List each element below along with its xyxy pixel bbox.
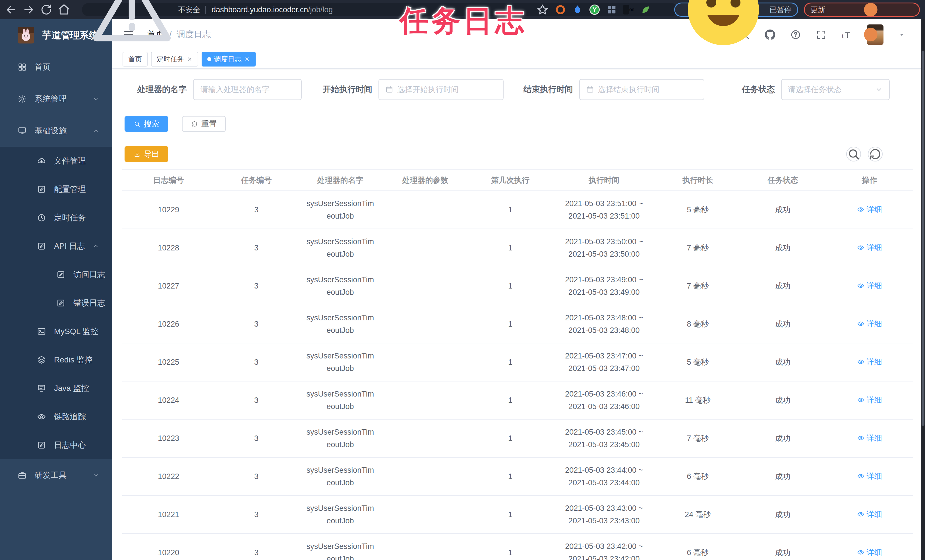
browser-reload-button[interactable]: [40, 3, 53, 16]
param-cell: [383, 381, 468, 419]
detail-link[interactable]: 详细: [857, 433, 882, 443]
extension-icon-orange[interactable]: [555, 4, 566, 15]
filter-handler-name: 处理器的名字: [137, 79, 302, 100]
detail-link[interactable]: 详细: [857, 395, 882, 405]
detail-link[interactable]: 详细: [857, 471, 882, 481]
browser-forward-button[interactable]: [22, 3, 35, 16]
action-cell: 详细: [826, 267, 913, 305]
detail-link[interactable]: 详细: [857, 242, 882, 253]
scrollbar-thumb[interactable]: [922, 51, 924, 426]
not-secure-icon: [89, 0, 175, 52]
extension-icon-grid[interactable]: [606, 4, 617, 15]
sidebar-item-dev-tools[interactable]: 研发工具: [0, 459, 112, 491]
extension-icon-leaf[interactable]: [640, 4, 651, 15]
table-header-row: 日志编号任务编号处理器的名字处理器的参数第几次执行执行时间执行时长任务状态操作: [122, 170, 913, 191]
job-status-placeholder: 请选择任务状态: [788, 84, 842, 95]
execute-index-cell: 1: [468, 267, 553, 305]
filter-end-time: 结束执行时间 选择结束执行时间: [523, 79, 704, 100]
reset-button[interactable]: 重置: [182, 116, 226, 132]
tag-调度日志[interactable]: 调度日志: [202, 52, 256, 66]
close-icon[interactable]: [244, 56, 250, 62]
edit-icon: [37, 185, 46, 194]
browser-back-button[interactable]: [5, 3, 18, 16]
detail-link[interactable]: 详细: [857, 509, 882, 519]
refresh-table-button[interactable]: [868, 147, 883, 161]
eye-icon: [857, 206, 865, 213]
log-id-cell: 10227: [122, 267, 215, 305]
time-cell: 2021-05-03 23:46:00 ~2021-05-03 23:46:00: [553, 381, 655, 419]
handler-cell: sysUserSessionTimeoutJob: [298, 458, 383, 495]
reload-icon: [40, 3, 53, 16]
status-cell: 成功: [740, 305, 826, 343]
sidebar-item-file[interactable]: 文件管理: [0, 147, 112, 175]
calendar-icon: [385, 86, 393, 93]
fullscreen-button[interactable]: [816, 29, 827, 40]
search-button[interactable]: 搜索: [125, 116, 168, 132]
fullscreen-icon: [816, 29, 827, 40]
detail-link[interactable]: 详细: [857, 547, 882, 557]
sidebar-item-java[interactable]: Java 监控: [0, 374, 112, 402]
browser-update-button[interactable]: 更新: [804, 3, 920, 17]
job-status-select[interactable]: 请选择任务状态: [781, 79, 890, 100]
edit-icon: [56, 298, 65, 307]
export-button[interactable]: 导出: [125, 146, 168, 162]
tag-定时任务[interactable]: 定时任务: [151, 52, 198, 66]
sidebar-item-home[interactable]: 首页: [0, 51, 112, 83]
handler-name-input[interactable]: [193, 79, 302, 100]
detail-link[interactable]: 详细: [857, 357, 882, 367]
sidebar-item-trace[interactable]: 链路追踪: [0, 402, 112, 431]
sidebar-item-access-log[interactable]: 访问日志: [0, 260, 112, 289]
action-cell: 详细: [826, 343, 913, 381]
sidebar-item-label: 系统管理: [35, 93, 66, 104]
eye-icon: [857, 549, 865, 556]
job-id-cell: 3: [215, 381, 298, 419]
search-button-label: 搜索: [144, 119, 159, 129]
sidebar-item-system[interactable]: 系统管理: [0, 83, 112, 115]
chrome-right-cluster: Y on 已暂停 更新: [536, 0, 920, 20]
job-id-cell: 3: [215, 229, 298, 267]
eye-icon: [857, 244, 865, 251]
search-icon: [134, 120, 140, 127]
sidebar-item-label: 日志中心: [54, 440, 86, 450]
close-icon[interactable]: [187, 56, 193, 62]
sidebar-item-redis[interactable]: Redis 监控: [0, 346, 112, 374]
table-row: 102243sysUserSessionTimeoutJob12021-05-0…: [122, 381, 913, 419]
page-scrollbar[interactable]: [921, 20, 925, 560]
home-icon: [57, 3, 71, 16]
column-header: 执行时间: [553, 170, 655, 191]
detail-link[interactable]: 详细: [857, 281, 882, 291]
cloud-upload-icon: [37, 157, 46, 166]
begin-time-picker[interactable]: 选择开始执行时间: [378, 79, 503, 100]
detail-link[interactable]: 详细: [857, 319, 882, 329]
not-secure-label[interactable]: 不安全: [178, 5, 200, 15]
browser-menu-icon[interactable]: [828, 0, 913, 52]
time-cell: 2021-05-03 23:51:00 ~2021-05-03 23:51:00: [553, 191, 655, 229]
sidebar-item-mysql[interactable]: MySQL 监控: [0, 317, 112, 346]
toggle-search-button[interactable]: [846, 147, 861, 161]
github-link[interactable]: [765, 29, 776, 40]
job-id-cell: 3: [215, 458, 298, 495]
bookmark-star-button[interactable]: [536, 3, 549, 16]
docs-help-button[interactable]: [790, 29, 801, 40]
tag-首页[interactable]: 首页: [122, 52, 148, 66]
browser-home-button[interactable]: [57, 3, 71, 16]
sidebar-item-infra[interactable]: 基础设施: [0, 115, 112, 147]
github-icon: [765, 29, 776, 40]
sidebar-item-config[interactable]: 配置管理: [0, 175, 112, 203]
sidebar-item-cron[interactable]: 定时任务: [0, 203, 112, 232]
extension-icon-green-y[interactable]: Y: [589, 4, 600, 15]
sidebar-item-api-log[interactable]: API 日志: [0, 232, 112, 260]
gear-icon: [18, 94, 27, 104]
profile-paused-badge[interactable]: 已暂停: [674, 3, 798, 17]
extension-icon-on[interactable]: on: [623, 4, 634, 15]
detail-link[interactable]: 详细: [857, 205, 882, 215]
emoji-avatar: [681, 0, 766, 52]
sidebar-item-error-log[interactable]: 错误日志: [0, 289, 112, 317]
execute-index-cell: 1: [468, 534, 553, 560]
sidebar-item-log-center[interactable]: 日志中心: [0, 431, 112, 459]
search-icon: [847, 147, 860, 161]
extensions-puzzle-icon[interactable]: [657, 4, 669, 15]
extension-icon-drop[interactable]: [572, 4, 583, 15]
eye-icon: [857, 358, 865, 366]
end-time-picker[interactable]: 选择结束执行时间: [579, 79, 704, 100]
